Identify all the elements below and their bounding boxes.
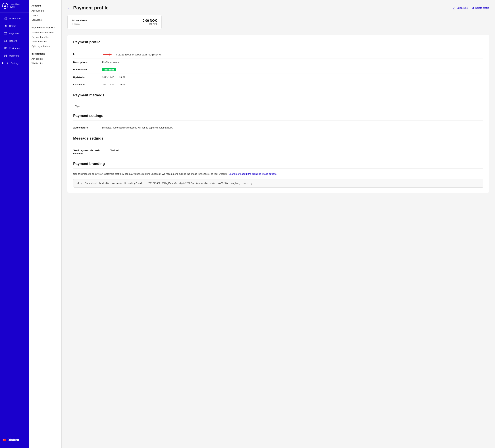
marketing-icon — [4, 54, 7, 57]
payments-payouts-section: Payments & Payouts Payment connections P… — [29, 26, 61, 51]
edit-profile-button[interactable]: Edit profile — [453, 7, 468, 9]
environment-label: Environment — [73, 68, 102, 71]
flag-icon: 🇳🇴 — [2, 438, 6, 442]
delete-profile-label: Delete profile — [475, 7, 489, 9]
svg-point-0 — [4, 5, 5, 6]
sidebar: Logged in as TEST Dashboard Orders — [0, 0, 29, 448]
secondary-navigation: Account Account info Users Locations Pay… — [29, 0, 62, 448]
payment-branding-title: Payment branding — [73, 162, 483, 168]
integrations-title: Integrations — [31, 52, 59, 55]
svg-rect-4 — [6, 19, 7, 20]
payout-reports-link[interactable]: Payout reports — [31, 39, 59, 44]
svg-point-16 — [6, 47, 6, 48]
push-message-label: Send payment via push-message — [73, 149, 110, 154]
created-at-value: 2021-10-15 20:01 — [102, 83, 483, 86]
sidebar-navigation: Dashboard Orders Payments — [0, 13, 29, 435]
branding-link[interactable]: Learn more about the branding image opti… — [229, 172, 277, 175]
payment-branding-section: Payment branding Use this image to show … — [73, 162, 483, 188]
id-label: Id — [73, 53, 102, 56]
id-text: P11223480.55NkgWsecs2mtW2gYc2YPk — [116, 53, 161, 56]
branding-description: Use this image to show your customers th… — [73, 172, 483, 176]
created-at-date: 2021-10-15 — [102, 83, 114, 86]
locations-link[interactable]: Locations — [31, 18, 59, 22]
bullet-icon: ◦ — [73, 105, 74, 107]
delete-profile-button[interactable]: Delete profile — [471, 7, 489, 9]
updated-at-date: 2021-10-15 — [102, 76, 114, 79]
payment-methods-list: ◦ Vipps — [73, 104, 483, 109]
descriptions-row: Descriptions Profile for ecom — [73, 59, 483, 66]
payments-payouts-title: Payments & Payouts — [31, 26, 59, 29]
svg-rect-9 — [4, 32, 7, 34]
page-header-left: ← Payment profile — [68, 5, 109, 11]
sidebar-item-reports[interactable]: Reports — [1, 37, 28, 44]
list-item: ◦ Vipps — [73, 104, 483, 109]
reports-icon — [4, 39, 7, 42]
marketing-label: Marketing — [9, 54, 19, 57]
push-message-row: Send payment via push-message Disabled — [73, 147, 483, 157]
edit-icon — [453, 7, 455, 9]
sidebar-user: Logged in as TEST — [0, 0, 29, 13]
edit-profile-label: Edit profile — [457, 7, 468, 9]
reports-label: Reports — [9, 40, 17, 42]
page-actions: Edit profile Delete profile — [453, 7, 489, 9]
push-message-value: Disabled — [110, 149, 483, 152]
payment-profile-section-title: Payment profile — [73, 40, 483, 47]
page-header: ← Payment profile Edit profile Delete pr… — [68, 5, 489, 11]
store-vat: inc. VAT — [143, 23, 157, 25]
created-at-time: 20:01 — [119, 83, 125, 86]
content-card: Payment profile Id — [68, 35, 489, 193]
username: TEST — [10, 6, 20, 8]
sidebar-item-customers[interactable]: Customers — [1, 45, 28, 52]
payment-settings-title: Payment settings — [73, 114, 483, 121]
sidebar-item-marketing[interactable]: Marketing — [1, 52, 28, 59]
users-link[interactable]: Users — [31, 13, 59, 18]
payment-profile-section: Payment profile Id — [73, 40, 483, 88]
sidebar-item-payments[interactable]: Payments — [1, 30, 28, 37]
production-badge: Production — [102, 68, 116, 71]
webhooks-link[interactable]: Webhooks — [31, 61, 59, 66]
payment-method-vipps: Vipps — [75, 105, 81, 108]
environment-row: Environment Production — [73, 66, 483, 74]
back-button[interactable]: ← — [68, 6, 71, 10]
payment-profiles-link[interactable]: Payment profiles — [31, 35, 59, 39]
integrations-section: Integrations API clients Webhooks — [29, 52, 61, 68]
orders-label: Orders — [9, 25, 16, 27]
updated-at-label: Updated at — [73, 76, 102, 79]
svg-rect-2 — [6, 17, 7, 18]
created-at-label: Created at — [73, 83, 102, 86]
payment-settings-section: Payment settings Auto capture Disabled, … — [73, 114, 483, 131]
dashboard-icon — [4, 17, 7, 20]
branding-description-text: Use this image to show your customers th… — [73, 172, 228, 175]
svg-point-17 — [7, 63, 8, 64]
svg-point-15 — [5, 47, 6, 48]
orders-icon — [4, 24, 7, 28]
payment-methods-title: Payment methods — [73, 93, 483, 100]
branding-url-box: https://checkout.test.dintero.com/v1/bra… — [73, 179, 483, 188]
payment-connections-link[interactable]: Payment connections — [31, 30, 59, 35]
sidebar-item-dashboard[interactable]: Dashboard — [1, 15, 28, 22]
store-items: 0 items — [72, 23, 87, 25]
updated-at-row: Updated at 2021-10-15 20:01 — [73, 74, 483, 81]
account-section: Account Account info Users Locations — [29, 4, 61, 25]
svg-rect-1 — [4, 17, 5, 18]
account-info-link[interactable]: Account info — [31, 9, 59, 13]
id-row: Id P11223480.55NkgWsecs2 — [73, 51, 483, 59]
updated-at-time: 20:01 — [119, 76, 125, 79]
user-avatar — [2, 3, 8, 9]
sidebar-item-settings[interactable]: Settings — [1, 59, 28, 67]
api-clients-link[interactable]: API clients — [31, 56, 59, 61]
user-info: Logged in as TEST — [10, 3, 20, 8]
descriptions-label: Descriptions — [73, 61, 102, 64]
logo-text: Dintero — [8, 438, 19, 442]
store-info: Store Name 0 items — [72, 19, 87, 25]
sidebar-item-orders[interactable]: Orders — [1, 22, 28, 29]
arrow-icon — [102, 53, 113, 56]
sidebar-logo: 🇳🇴 Dintero — [0, 435, 29, 444]
store-card: Store Name 0 items 0.00 NOK inc. VAT — [68, 15, 162, 29]
dashboard-label: Dashboard — [9, 17, 21, 20]
logged-in-label: Logged in as — [10, 3, 20, 6]
split-payout-rules-link[interactable]: Split payout rules — [31, 44, 59, 48]
settings-label: Settings — [11, 62, 19, 65]
id-value-container: P11223480.55NkgWsecs2mtW2gYc2YPk — [102, 53, 483, 56]
store-amount: 0.00 NOK — [143, 19, 157, 23]
